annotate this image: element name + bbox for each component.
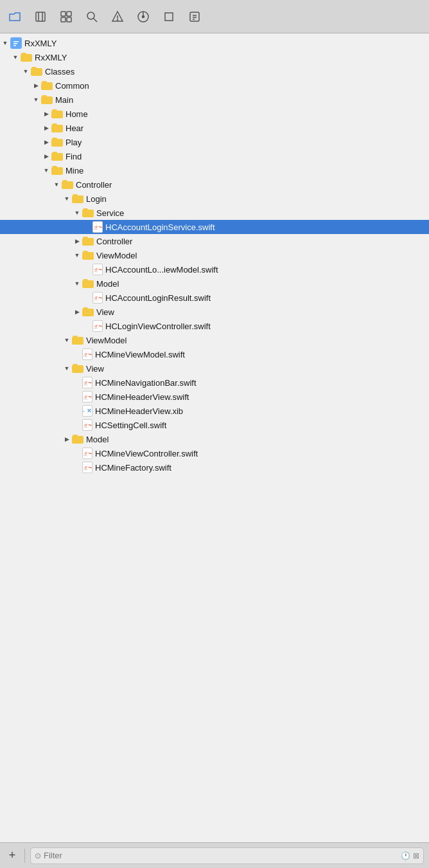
tree-item-label: RxXMLY (35, 53, 67, 62)
svg-rect-24 (94, 229, 98, 230)
filter-input[interactable] (44, 851, 398, 860)
tree-item-hear-folder[interactable]: Hear (0, 121, 429, 135)
tree-item-hcaccountloviewmodel-file[interactable]: HCAccountLo...iewModel.swift (0, 262, 429, 276)
tree-item-hcmineheaderview-xib[interactable]: ✕ HCMineHeaderView.xib (0, 404, 429, 418)
disclosure-collapsed[interactable] (41, 123, 51, 133)
disclosure-collapsed[interactable] (41, 137, 51, 147)
disclosure-none (72, 392, 82, 402)
folder-icon (51, 123, 63, 132)
debug-navigator-icon[interactable] (136, 10, 150, 24)
folder-icon (31, 67, 42, 76)
svg-rect-3 (61, 12, 66, 16)
folder-icon (82, 279, 94, 288)
svg-rect-26 (94, 271, 98, 272)
tree-item-hcloginviewcontroller-file[interactable]: HCLoginViewController.swift (0, 319, 429, 333)
folder-icon (51, 166, 63, 175)
tree-item-viewmodel-folder-1[interactable]: ViewModel (0, 248, 429, 262)
disclosure-expanded[interactable] (51, 179, 62, 190)
breakpoint-navigator-icon[interactable] (162, 10, 176, 24)
tree-item-play-folder[interactable]: Play (0, 135, 429, 149)
filter-right-icons: 🕐 ⊠ (401, 851, 419, 860)
folder-icon (51, 138, 63, 147)
tree-item-home-folder[interactable]: Home (0, 107, 429, 121)
disclosure-expanded[interactable] (62, 363, 72, 374)
tree-item-login-folder[interactable]: Login (0, 192, 429, 206)
tree-item-label: HCMineFactory.swift (95, 464, 171, 472)
svg-rect-0 (36, 12, 45, 21)
add-button[interactable]: + (5, 849, 19, 863)
tree-item-find-folder[interactable]: Find (0, 149, 429, 163)
tree-item-label: ViewModel (86, 336, 127, 345)
disclosure-expanded[interactable] (0, 38, 10, 48)
disclosure-expanded[interactable] (21, 66, 31, 77)
tree-item-hcsettingcell-file[interactable]: HCSettingCell.swift (0, 418, 429, 432)
tree-item-label: HCMineViewModel.swift (95, 350, 185, 359)
tree-item-controller-folder-1[interactable]: Controller (0, 177, 429, 192)
tree-item-label: HCAccountLoginResult.swift (105, 294, 211, 302)
tree-item-view-folder-1[interactable]: View (0, 305, 429, 319)
folder-icon (82, 307, 94, 316)
disclosure-expanded[interactable] (72, 278, 82, 289)
tree-item-hcaccountloginresult-file[interactable]: HCAccountLoginResult.swift (0, 291, 429, 305)
tree-item-label: Controller (76, 181, 112, 189)
disclosure-expanded[interactable] (62, 194, 72, 204)
disclosure-collapsed[interactable] (41, 151, 51, 161)
svg-point-13 (143, 15, 144, 17)
disclosure-expanded[interactable] (41, 165, 51, 176)
tree-item-label: Find (66, 152, 82, 161)
tree-item-label: HCAccountLoginService.swift (105, 223, 215, 231)
folder-icon (21, 53, 32, 62)
source-control-icon[interactable] (33, 10, 48, 24)
tree-item-hcminefactory-file[interactable]: HCMineFactory.swift (0, 460, 429, 475)
svg-rect-5 (61, 17, 66, 22)
tree-item-hcmineviewmodel-file[interactable]: HCMineViewModel.swift (0, 347, 429, 361)
search-icon[interactable] (85, 10, 99, 24)
disclosure-expanded[interactable] (31, 95, 41, 105)
folder-icon (62, 180, 73, 189)
tree-item-label: HCMineHeaderView.swift (95, 393, 189, 401)
disclosure-expanded[interactable] (72, 208, 82, 218)
svg-rect-42 (83, 455, 87, 456)
tree-item-model-folder-2[interactable]: Model (0, 432, 429, 446)
symbol-navigator-icon[interactable] (59, 10, 73, 24)
tree-item-mine-folder[interactable]: Mine (0, 163, 429, 177)
folder-icon[interactable] (8, 10, 22, 24)
tree-item-rxxmly-root[interactable]: RxXMLY (0, 36, 429, 50)
disclosure-collapsed[interactable] (31, 80, 41, 91)
report-navigator-icon[interactable] (188, 10, 202, 24)
tree-item-hcminenavigationbar-file[interactable]: HCMineNavigationBar.swift (0, 375, 429, 390)
tree-item-label: HCMineNavigationBar.swift (95, 379, 197, 387)
disclosure-expanded[interactable] (10, 52, 21, 62)
issue-navigator-icon[interactable] (110, 10, 125, 24)
folder-icon (72, 194, 83, 203)
folder-icon (41, 95, 53, 104)
tree-item-hcmineviewcontroller-file[interactable]: HCMineViewController.swift (0, 446, 429, 460)
tree-item-viewmodel-folder-2[interactable]: ViewModel (0, 333, 429, 347)
tree-item-controller-folder-2[interactable]: Controller (0, 234, 429, 248)
disclosure-expanded[interactable] (72, 250, 82, 260)
tree-item-label: Model (86, 435, 109, 444)
svg-rect-21 (13, 43, 17, 44)
disclosure-collapsed[interactable] (72, 307, 82, 317)
disclosure-collapsed[interactable] (62, 434, 72, 444)
svg-rect-22 (13, 45, 16, 46)
tree-item-label: View (86, 365, 104, 373)
disclosure-expanded[interactable] (62, 335, 72, 345)
tree-item-hcmineheaderview-swift[interactable]: HCMineHeaderView.swift (0, 390, 429, 404)
tree-item-classes-folder[interactable]: Classes (0, 64, 429, 78)
tree-item-main-folder[interactable]: Main (0, 93, 429, 107)
tree-item-service-folder[interactable]: Service (0, 206, 429, 220)
tree-item-common-folder[interactable]: Common (0, 78, 429, 93)
folder-icon (51, 152, 63, 161)
disclosure-collapsed[interactable] (41, 109, 51, 119)
tree-item-label: Common (55, 82, 89, 90)
tree-item-hcaccountloginservice-file[interactable]: HCAccountLoginService.swift (0, 220, 429, 234)
tree-item-rxxmly-folder[interactable]: RxXMLY (0, 50, 429, 64)
filter-input-wrap[interactable]: ⊙ 🕐 ⊠ (30, 847, 424, 864)
disclosure-collapsed[interactable] (72, 236, 82, 246)
tree-item-model-folder-1[interactable]: Model (0, 276, 429, 291)
folder-icon (72, 435, 83, 444)
swift-file-icon (92, 292, 103, 303)
svg-rect-15 (190, 12, 199, 21)
tree-item-view-folder-2[interactable]: View (0, 361, 429, 375)
